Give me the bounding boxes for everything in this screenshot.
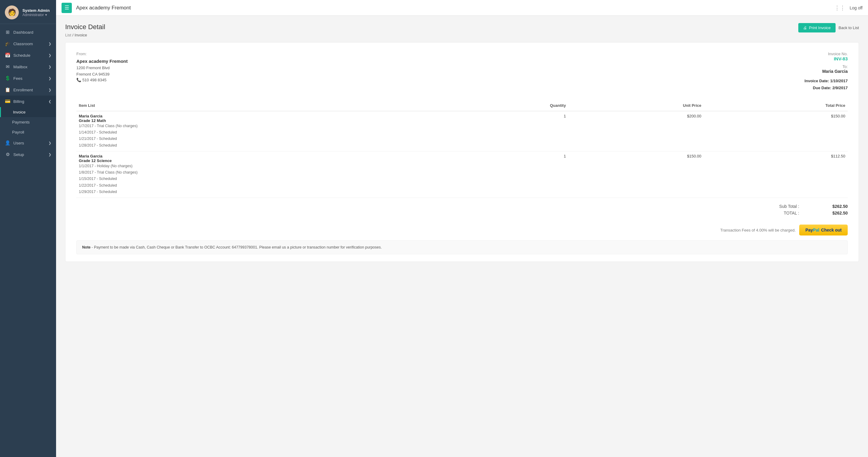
invoice-date-value: 1/10/2017: [830, 79, 848, 83]
sidebar-sub-label: Payroll: [12, 130, 24, 135]
avatar: 🧑: [5, 5, 19, 20]
invoice-from-section: From: Apex academy Fremont 1200 Fremont …: [76, 52, 848, 92]
classroom-icon: 🎓: [5, 41, 10, 47]
sidebar-item-payments[interactable]: Payments: [0, 117, 56, 127]
grid-icon[interactable]: ⋮⋮: [834, 4, 845, 11]
col-total-price: Total Price: [704, 100, 848, 111]
note-label: Note: [82, 245, 91, 250]
sidebar-item-mailbox[interactable]: ✉ Mailbox ❯: [0, 61, 56, 73]
chevron-icon: ❯: [49, 53, 51, 57]
chevron-icon: ❯: [49, 153, 51, 156]
total-label: TOTAL :: [784, 210, 799, 216]
item-name: Maria Garcia: [79, 154, 444, 159]
item-description: Maria Garcia Grade 12 Science 1/1/2017 -…: [76, 151, 447, 198]
sub-total-label: Sub Total :: [779, 204, 799, 209]
chevron-icon: ❯: [49, 65, 51, 69]
sidebar-item-enrollment[interactable]: 📋 Enrollment ❯: [0, 84, 56, 95]
item-description: Maria Garcia Grade 12 Math 1/7/2017 - Tr…: [76, 111, 447, 151]
sub-total-value: $262.50: [824, 204, 848, 209]
chevron-icon: ❯: [49, 141, 51, 145]
page-header: Invoice Detail List / Invoice 🖨 Print In…: [65, 23, 859, 37]
invoice-no-value: INV-83: [805, 56, 848, 61]
item-schedule: 1/7/2017 - Trial Class (No charges) 1/14…: [79, 123, 444, 149]
col-quantity: Quantity: [447, 100, 568, 111]
phone-icon: 📞: [76, 78, 81, 82]
to-label: To:: [805, 64, 848, 69]
sidebar-item-label: Fees: [13, 76, 23, 81]
invoice-meta: Invoice No. INV-83 To: Maria Garcia Invo…: [805, 52, 848, 92]
total-value: $262.50: [824, 210, 848, 216]
fees-icon: 💲: [5, 76, 10, 81]
chevron-icon: ❯: [49, 88, 51, 92]
sidebar-item-fees[interactable]: 💲 Fees ❯: [0, 73, 56, 84]
sidebar-sub-label: Payments: [12, 120, 30, 124]
sidebar-item-label: Enrollment: [13, 88, 33, 92]
topbar: ☰ Apex academy Fremont ⋮⋮ Log off: [56, 0, 868, 16]
sidebar-item-dashboard[interactable]: ⊞ Dashboard: [0, 26, 56, 38]
invoice-dates: Invoice Date: 1/10/2017 Due Date: 2/9/20…: [805, 77, 848, 92]
sidebar-item-billing[interactable]: 💳 Billing ❮: [0, 95, 56, 107]
mailbox-icon: ✉: [5, 64, 10, 69]
content-area: Invoice Detail List / Invoice 🖨 Print In…: [56, 16, 868, 457]
invoice-date-label: Invoice Date:: [805, 79, 829, 83]
phone: 📞 510 498 8345: [76, 78, 128, 82]
enrollment-icon: 📋: [5, 87, 10, 92]
invoice-card: From: Apex academy Fremont 1200 Fremont …: [65, 42, 859, 262]
sidebar-item-classroom[interactable]: 🎓 Classroom ❯: [0, 38, 56, 50]
item-quantity: 1: [447, 111, 568, 151]
item-schedule: 1/1/2017 - Holiday (No charges) 1/8/2017…: [79, 163, 444, 195]
sidebar-nav: ⊞ Dashboard 🎓 Classroom ❯ 📅 Schedule ❯ ✉…: [0, 24, 56, 457]
sub-total-row: Sub Total : $262.50: [779, 204, 848, 209]
menu-button[interactable]: ☰: [62, 3, 72, 13]
print-invoice-button[interactable]: 🖨 Print Invoice: [798, 23, 836, 32]
breadcrumb: List / Invoice: [65, 33, 105, 37]
sidebar-sub-label: Invoice: [13, 110, 26, 114]
sidebar-item-payroll[interactable]: Payroll: [0, 127, 56, 137]
note-text: - Payment to be made via Cash, Cash Cheq…: [92, 245, 381, 250]
page-actions: 🖨 Print Invoice Back to List: [798, 23, 859, 32]
topbar-right: ⋮⋮ Log off: [834, 4, 863, 11]
paypal-checkout-label: Check out: [821, 228, 842, 232]
paypal-checkout-button[interactable]: PayPal Check out: [799, 225, 848, 235]
main-area: ☰ Apex academy Fremont ⋮⋮ Log off Invoic…: [56, 0, 868, 457]
sidebar-item-label: Users: [13, 141, 24, 145]
schedule-icon: 📅: [5, 53, 10, 58]
item-unit-price: $200.00: [568, 111, 704, 151]
totals-section: Sub Total : $262.50 TOTAL : $262.50: [76, 204, 848, 216]
billing-icon: 💳: [5, 98, 10, 104]
sidebar-item-setup[interactable]: ⚙ Setup ❯: [0, 149, 56, 160]
col-unit-price: Unit Price: [568, 100, 704, 111]
due-date-value: 2/9/2017: [832, 86, 848, 90]
sidebar-item-schedule[interactable]: 📅 Schedule ❯: [0, 50, 56, 61]
user-name: System Admin: [23, 8, 50, 13]
dashboard-icon: ⊞: [5, 29, 10, 35]
item-unit-price: $150.00: [568, 151, 704, 198]
sidebar-item-invoice[interactable]: Invoice: [0, 107, 56, 117]
col-item-list: Item List: [76, 100, 447, 111]
address-line1: 1200 Fremont Blvd: [76, 65, 128, 71]
sidebar: 🧑 System Admin Administrator ▾ ⊞ Dashboa…: [0, 0, 56, 457]
sidebar-item-label: Mailbox: [13, 65, 28, 69]
item-name: Maria Garcia: [79, 114, 444, 118]
back-to-list-button[interactable]: Back to List: [839, 26, 859, 30]
invoice-date-row: Invoice Date: 1/10/2017: [805, 77, 848, 84]
address-line2: Fremont CA 94539: [76, 71, 128, 78]
setup-icon: ⚙: [5, 152, 10, 157]
printer-icon: 🖨: [803, 26, 807, 30]
breadcrumb-list-link[interactable]: List: [65, 33, 71, 37]
transaction-fee-text: Transaction Fees of 4.00% will be charge…: [720, 228, 796, 232]
table-row: Maria Garcia Grade 12 Math 1/7/2017 - Tr…: [76, 111, 848, 151]
logout-button[interactable]: Log off: [849, 5, 863, 10]
sidebar-item-users[interactable]: 👤 Users ❯: [0, 137, 56, 149]
due-date-row: Due Date: 2/9/2017: [805, 84, 848, 91]
table-row: Maria Garcia Grade 12 Science 1/1/2017 -…: [76, 151, 848, 198]
sidebar-item-label: Billing: [13, 99, 24, 104]
sidebar-item-label: Dashboard: [13, 30, 33, 35]
chevron-icon: ❯: [49, 42, 51, 46]
paypal-section: Transaction Fees of 4.00% will be charge…: [76, 222, 848, 235]
sidebar-header: 🧑 System Admin Administrator ▾: [0, 0, 56, 24]
sidebar-item-label: Classroom: [13, 41, 33, 46]
item-total-price: $112.50: [704, 151, 848, 198]
company-name: Apex academy Fremont: [76, 59, 128, 64]
item-total-price: $150.00: [704, 111, 848, 151]
